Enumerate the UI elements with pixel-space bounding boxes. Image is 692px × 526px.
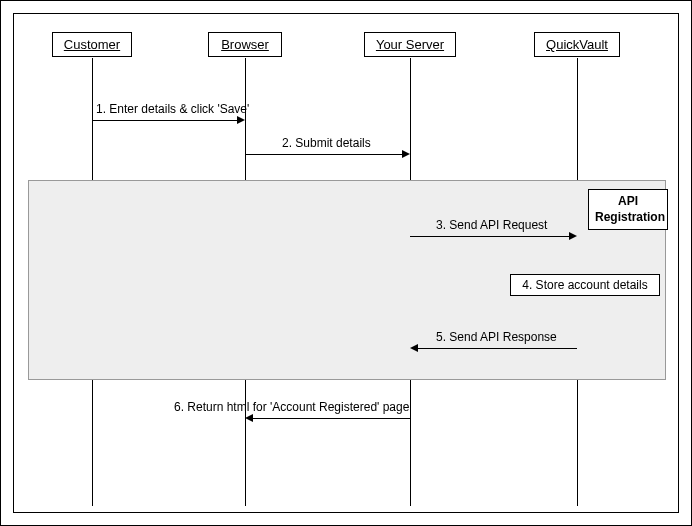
msg6-arrowhead	[245, 414, 253, 422]
diagram-frame: Customer Browser Your Server QuickVault …	[13, 13, 679, 513]
msg4-box: 4. Store account details	[510, 274, 660, 296]
msg3-arrow	[410, 236, 569, 237]
sequence-diagram: Customer Browser Your Server QuickVault …	[0, 0, 692, 526]
api-registration-text: API Registration	[595, 194, 665, 224]
msg3-arrowhead	[569, 232, 577, 240]
msg1-label: 1. Enter details & click 'Save'	[96, 102, 249, 116]
msg3-label: 3. Send API Request	[436, 218, 547, 232]
participant-browser: Browser	[208, 32, 282, 57]
participant-customer: Customer	[52, 32, 132, 57]
api-registration-label: API Registration	[588, 189, 668, 230]
msg2-arrow	[245, 154, 402, 155]
msg2-label: 2. Submit details	[282, 136, 371, 150]
msg1-arrow	[92, 120, 237, 121]
msg5-label: 5. Send API Response	[436, 330, 557, 344]
msg5-arrow	[418, 348, 577, 349]
msg6-arrow	[253, 418, 410, 419]
participant-quickvault: QuickVault	[534, 32, 620, 57]
msg5-arrowhead	[410, 344, 418, 352]
msg6-label: 6. Return html for 'Account Registered' …	[174, 400, 409, 414]
participant-server: Your Server	[364, 32, 456, 57]
msg1-arrowhead	[237, 116, 245, 124]
msg2-arrowhead	[402, 150, 410, 158]
